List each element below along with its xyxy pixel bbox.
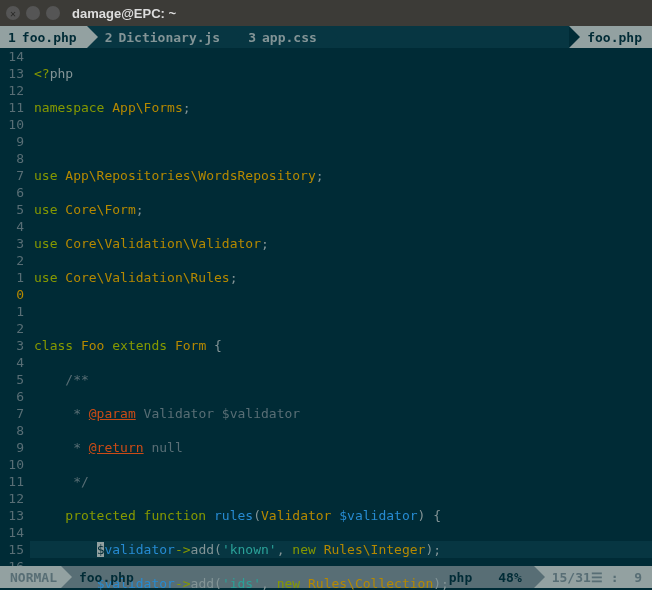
tab-label: foo.php [22, 30, 77, 45]
tab-number: 1 [8, 30, 16, 45]
line-number-gutter: 1413121110987654321012345678910111213141… [0, 48, 30, 566]
status-filename: foo.php [61, 566, 144, 588]
vim-mode: NORMAL [0, 566, 61, 588]
tab-label: app.css [262, 30, 317, 45]
filename-indicator: foo.php [569, 26, 652, 48]
minimize-icon[interactable] [26, 6, 40, 20]
tab-dictionary-js[interactable]: 2 Dictionary.js [87, 26, 231, 48]
close-icon[interactable]: ✕ [6, 6, 20, 20]
tab-bar: 1 foo.php 2 Dictionary.js 3 app.css foo.… [0, 26, 652, 48]
tab-app-css[interactable]: 3 app.css [230, 26, 327, 48]
current-line: $validator->add('known', new Rules\Integ… [30, 541, 652, 558]
maximize-icon[interactable] [46, 6, 60, 20]
tab-foo-php[interactable]: 1 foo.php [0, 26, 87, 48]
status-percent: 48% [488, 566, 533, 588]
status-position: 15/31☰ : 9 [534, 566, 652, 588]
window-titlebar: ✕ damage@EPC: ~ [0, 0, 652, 26]
window-title: damage@EPC: ~ [72, 6, 176, 21]
tab-number: 2 [105, 30, 113, 45]
editor[interactable]: 1413121110987654321012345678910111213141… [0, 48, 652, 566]
tab-label: Dictionary.js [118, 30, 220, 45]
tab-number: 3 [248, 30, 256, 45]
code-area[interactable]: <?php namespace App\Forms; use App\Repos… [30, 48, 652, 566]
